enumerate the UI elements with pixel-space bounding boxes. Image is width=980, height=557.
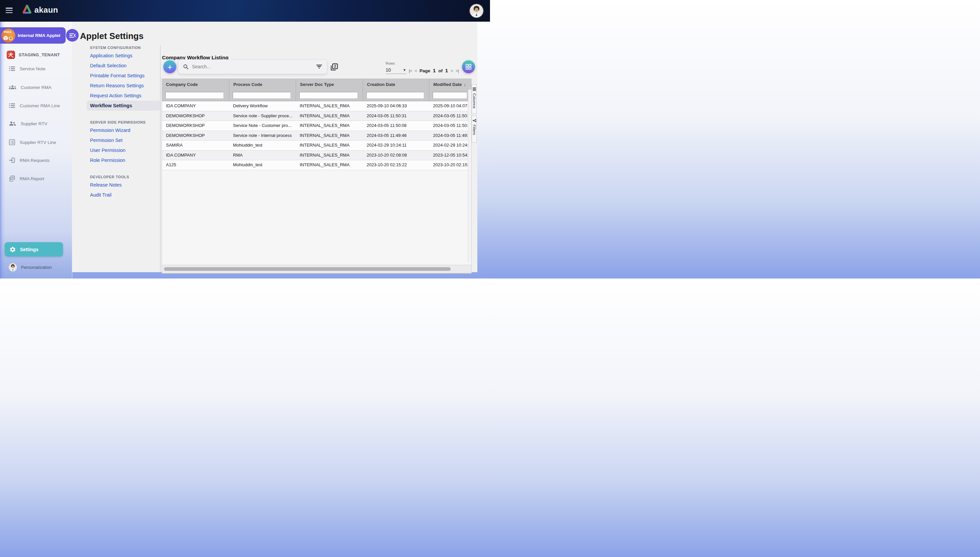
sidebar-item-tenant[interactable]: STAGING_TENANT bbox=[7, 50, 60, 60]
filter-input-company-code[interactable] bbox=[165, 92, 224, 99]
menu-item-request-action-settings[interactable]: Request Action Settings bbox=[90, 91, 161, 101]
menu-item-audit-trail[interactable]: Audit Trail bbox=[90, 190, 161, 200]
sidebar: RMA Internal RMA Applet STAGING_TENANT S… bbox=[0, 22, 72, 278]
filter-list-icon[interactable] bbox=[316, 64, 322, 69]
menu-item-return-reasons-settings[interactable]: Return Reasons Settings bbox=[90, 81, 161, 91]
sidebar-item-rma-requests[interactable]: RMA Requests bbox=[9, 156, 50, 165]
cell-modified-date: 2023-12-05 10:54:3 bbox=[429, 151, 472, 160]
app-root: akaun RMA Internal RM bbox=[0, 0, 490, 278]
settings-menu: SYSTEM CONFIGURATIONApplication Settings… bbox=[90, 45, 161, 200]
sidebar-item-supplier-rtv-line[interactable]: Supplier RTV Line bbox=[9, 138, 56, 147]
cell-company-code: IDA COMPANY bbox=[162, 151, 229, 160]
of-label: of bbox=[438, 68, 443, 73]
column-header-creation-date[interactable]: Creation Date bbox=[363, 79, 429, 90]
cell-company-code: DEMOWORKSHOP bbox=[162, 121, 229, 130]
last-page-button[interactable]: >| bbox=[456, 68, 459, 73]
page-label: Page bbox=[420, 68, 430, 73]
table-header-row: Company CodeProcess CodeServer Doc TypeC… bbox=[162, 79, 471, 90]
cell-modified-date: 2024-03-05 11:50:0 bbox=[429, 121, 472, 130]
svg-text:2: 2 bbox=[334, 64, 336, 68]
table-vertical-scrollbar[interactable] bbox=[468, 90, 471, 263]
filter-input-modified-date[interactable] bbox=[433, 92, 467, 99]
add-button[interactable]: + bbox=[163, 60, 176, 73]
menu-section-developer-tools: DEVELOPER TOOLS bbox=[90, 174, 161, 180]
column-header-process-code[interactable]: Process Code bbox=[229, 79, 296, 90]
sidebar-item-settings[interactable]: Settings bbox=[5, 242, 63, 257]
list-icon bbox=[9, 102, 15, 109]
table-row[interactable]: IDA COMPANYRMAINTERNAL_SALES_RMA2023-10-… bbox=[162, 151, 471, 161]
menu-item-permission-wizard[interactable]: Permission Wizard bbox=[90, 125, 161, 135]
grid-view-button[interactable] bbox=[462, 60, 475, 73]
menu-item-user-permission[interactable]: User Permission bbox=[90, 145, 161, 155]
sidebar-item-customer-rma-line[interactable]: Customer RMA Line bbox=[9, 101, 60, 110]
filter-input-server-doc-type[interactable] bbox=[299, 92, 358, 99]
menu-item-default-selection[interactable]: Default Selection bbox=[90, 60, 161, 71]
user-avatar[interactable] bbox=[470, 4, 483, 18]
cell-process-code: Delivery Workflow bbox=[229, 101, 296, 111]
menu-section-server-side-permissions: SERVER SIDE PERMISSIONS bbox=[90, 119, 161, 125]
sidebar-item-supplier-rtv[interactable]: Supplier RTV bbox=[9, 119, 47, 128]
pages-2-icon[interactable]: 2 bbox=[330, 63, 339, 72]
topbar: akaun bbox=[0, 0, 490, 22]
applet-header[interactable]: RMA Internal RMA Applet bbox=[0, 27, 66, 44]
first-page-button[interactable]: |< bbox=[409, 68, 412, 73]
cell-modified-date: 2024-03-05 11:50:3 bbox=[429, 111, 472, 121]
cell-process-code: Service note - Supplier proce... bbox=[229, 111, 296, 121]
sidebar-item-service-note[interactable]: Service Note bbox=[9, 64, 45, 73]
filter-input-creation-date[interactable] bbox=[366, 92, 424, 99]
tab-columns[interactable]: Columns bbox=[472, 84, 477, 114]
cell-company-code: SAMIRA bbox=[162, 140, 229, 150]
prev-page-button[interactable]: < bbox=[415, 68, 417, 73]
menu-item-application-settings[interactable]: Application Settings bbox=[90, 50, 161, 60]
people-group-icon bbox=[9, 85, 16, 90]
table-row[interactable]: DEMOWORKSHOPService note - Internal proc… bbox=[162, 131, 471, 141]
workflow-table: Company CodeProcess CodeServer Doc TypeC… bbox=[161, 79, 472, 274]
cell-modified-date: 2024-02-29 10:24:1 bbox=[429, 140, 472, 150]
cell-process-code: Mohiuddin_test bbox=[229, 160, 296, 170]
menu-item-printable-format-settings[interactable]: Printable Format Settings bbox=[90, 71, 161, 81]
table-row[interactable]: IDA COMPANYDelivery WorkflowINTERNAL_SAL… bbox=[162, 101, 471, 111]
cell-server-doc-type: INTERNAL_SALES_RMA bbox=[296, 101, 363, 111]
cell-server-doc-type: INTERNAL_SALES_RMA bbox=[296, 140, 363, 150]
next-page-button[interactable]: > bbox=[451, 68, 453, 73]
column-header-company-code[interactable]: Company Code bbox=[162, 79, 229, 90]
cell-modified-date: 2025-09-10 04:07:1 bbox=[429, 101, 472, 111]
table-row[interactable]: A125Mohiuddin_testINTERNAL_SALES_RMA2023… bbox=[162, 160, 471, 170]
search-input[interactable] bbox=[191, 64, 316, 70]
sort-desc-icon: ↓ bbox=[464, 82, 466, 87]
table-row[interactable]: DEMOWORKSHOPService note - Supplier proc… bbox=[162, 111, 471, 121]
sidebar-item-personalization[interactable]: Personalization bbox=[9, 262, 52, 272]
sidebar-item-rma-report[interactable]: RMA Report bbox=[9, 174, 44, 183]
rma-applet-badge-icon: RMA bbox=[1, 29, 15, 42]
rows-per-page-select[interactable]: 10 ▼ bbox=[386, 66, 406, 74]
collapse-menu-icon bbox=[68, 32, 76, 39]
tab-filters[interactable]: Filters bbox=[472, 116, 477, 143]
cell-process-code: Service note - Internal process bbox=[229, 131, 296, 140]
table-row[interactable]: SAMIRAMohiuddin_testINTERNAL_SALES_RMA20… bbox=[162, 140, 471, 151]
column-header-server-doc-type[interactable]: Server Doc Type bbox=[296, 79, 363, 90]
total-pages: 1 bbox=[445, 68, 448, 73]
cell-server-doc-type: INTERNAL_SALES_RMA bbox=[296, 160, 363, 170]
filter-input-process-code[interactable] bbox=[233, 92, 291, 99]
menu-item-release-notes[interactable]: Release Notes bbox=[90, 180, 161, 190]
chevron-down-icon: ▼ bbox=[403, 68, 406, 72]
hamburger-menu-icon[interactable] bbox=[6, 8, 13, 14]
brand-logo[interactable]: akaun bbox=[22, 4, 58, 16]
cell-company-code: A125 bbox=[162, 160, 229, 170]
sidebar-collapse-button[interactable] bbox=[66, 29, 79, 42]
sidebar-item-customer-rma[interactable]: Customer RMA bbox=[9, 83, 51, 92]
scrollbar-thumb[interactable] bbox=[164, 267, 451, 271]
personalization-avatar-icon bbox=[9, 263, 17, 272]
menu-item-workflow-settings[interactable]: Workflow Settings bbox=[86, 101, 160, 111]
cell-creation-date: 2024-03-05 11:50:08 bbox=[363, 121, 429, 130]
people-icon bbox=[9, 121, 16, 126]
tenant-name: STAGING_TENANT bbox=[19, 52, 60, 57]
menu-item-role-permission[interactable]: Role Permission bbox=[90, 155, 161, 165]
column-header-modified-date[interactable]: Modified Date↓ bbox=[429, 79, 472, 90]
table-filter-row bbox=[162, 90, 471, 101]
menu-item-permission-set[interactable]: Permission Set bbox=[90, 135, 161, 145]
report-icon bbox=[9, 175, 15, 182]
table-row[interactable]: DEMOWORKSHOPService Note - Customer pro.… bbox=[162, 121, 471, 131]
cell-creation-date: 2024-03-05 11:50:31 bbox=[363, 111, 429, 121]
cell-process-code: Mohiuddin_test bbox=[229, 140, 296, 150]
